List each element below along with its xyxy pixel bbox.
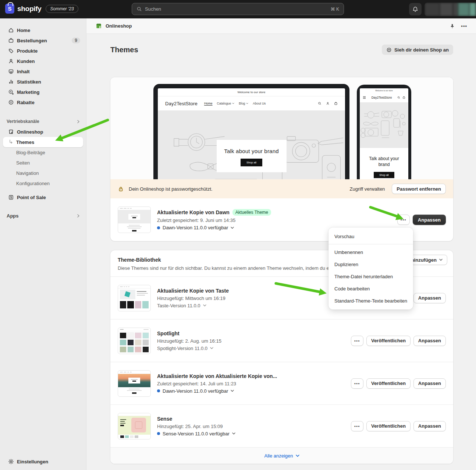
store-nav-blog: Blog (239, 102, 248, 105)
theme-version-dropdown[interactable]: Sense-Version 11.0.0 verfügbar (157, 431, 235, 437)
theme-name: Aktualisierte Kopie von Taste (157, 288, 229, 294)
view-icon (386, 47, 392, 53)
update-dot-icon (157, 432, 160, 435)
sidebar-item-orders[interactable]: Bestellungen 9 (3, 35, 83, 46)
search-input[interactable]: Suchen ⌘ K (132, 3, 344, 15)
menu-item-rename[interactable]: Umbenennen (328, 246, 413, 258)
sidebar-item-themes[interactable]: Themes (3, 137, 83, 147)
theme-thumbnail[interactable] (118, 413, 151, 439)
sidebar-item-label: Navigation (16, 170, 39, 176)
sidebar-item-online-store[interactable]: Onlineshop (3, 127, 83, 137)
sidebar-item-customers[interactable]: Kunden (3, 56, 83, 66)
chevron-down-icon (203, 304, 206, 307)
sidebar-item-marketing[interactable]: Marketing (3, 87, 83, 97)
view-shop-button[interactable]: Sieh dir deinen Shop an (382, 45, 453, 55)
search-placeholder: Suchen (145, 6, 328, 12)
manage-access-link[interactable]: Zugriff verwalten (349, 186, 385, 192)
theme-thumbnail[interactable] (118, 370, 151, 397)
sidebar-item-label: Onlineshop (17, 129, 80, 135)
customize-button[interactable]: Anpassen (413, 215, 446, 225)
theme-name: Sense (157, 416, 172, 422)
theme-thumbnail[interactable] (118, 328, 151, 354)
sidebar-item-preferences[interactable]: Konfigurationen (3, 178, 83, 188)
publish-button[interactable]: Veröffentlichen (366, 336, 411, 346)
breadcrumb-label: Onlineshop (106, 23, 132, 29)
theme-actions-menu-button[interactable]: ••• (351, 421, 363, 431)
current-theme-badge: Aktuelles Theme (232, 209, 271, 216)
bar-chart-icon (8, 79, 14, 85)
theme-preview-area: Welcome to our store Day2TestStore Home … (110, 77, 453, 179)
theme-name: Aktualisierte Kopie von Dawn (157, 209, 230, 215)
publish-button[interactable]: Veröffentlichen (366, 378, 411, 389)
sidebar-item-home[interactable]: Home (3, 25, 83, 35)
more-options-icon[interactable]: ••• (461, 23, 467, 29)
customize-button[interactable]: Anpassen (413, 421, 446, 431)
tree-connector-icon (8, 139, 14, 145)
menu-item-edit-code[interactable]: Code bearbeiten (328, 283, 413, 295)
top-bar: S shopify Sommer '23 Suchen ⌘ K (0, 0, 476, 18)
theme-thumbnail[interactable] (118, 285, 151, 311)
sidebar-item-label: Marketing (17, 89, 80, 95)
target-icon (8, 89, 14, 95)
sidebar-item-discounts[interactable]: Rabatte (3, 97, 83, 107)
store-announcement: Welcome to our store (360, 88, 408, 93)
theme-actions-context-menu: Vorschau Umbenennen Duplizieren Theme-Da… (328, 227, 413, 310)
chevron-down-icon (231, 227, 234, 229)
pos-icon (8, 194, 14, 200)
breadcrumb[interactable]: Onlineshop (95, 22, 132, 29)
store-announcement: Welcome to our store (158, 88, 345, 96)
view-shop-label: Sieh dir deinen Shop an (394, 47, 449, 53)
shopify-wordmark: shopify (17, 5, 41, 13)
theme-saved-info: Zuletzt gespeichert: 9. Juni um 14:35 (157, 218, 271, 223)
sidebar-item-analytics[interactable]: Statistiken (3, 77, 83, 87)
theme-saved-info: Zuletzt gespeichert: 14. Juli um 11:23 (157, 381, 277, 386)
menu-item-download-theme-file[interactable]: Theme-Datei herunterladen (328, 271, 413, 283)
theme-thumbnail[interactable] (118, 206, 151, 233)
theme-actions-menu-button[interactable]: ••• (351, 378, 363, 389)
show-all-link[interactable]: Alle anzeigen (110, 447, 453, 464)
media-icon (8, 68, 14, 74)
theme-actions-menu-button[interactable]: ••• (397, 215, 410, 225)
theme-actions-menu-button[interactable]: ••• (351, 336, 363, 346)
customize-button[interactable]: Anpassen (413, 293, 446, 303)
pin-icon[interactable] (450, 23, 455, 29)
user-menu[interactable] (425, 3, 476, 16)
desktop-preview-mockup: Welcome to our store Day2TestStore Home … (153, 84, 349, 179)
customize-button[interactable]: Anpassen (413, 378, 446, 389)
theme-version-dropdown[interactable]: Taste-Version 11.0.0 (157, 303, 229, 308)
notifications-button[interactable] (409, 3, 422, 15)
sidebar: Home Bestellungen 9 Produkte Kunden Inha… (0, 18, 86, 470)
sidebar-item-settings[interactable]: Einstellungen (3, 456, 83, 467)
season-badge: Sommer '23 (46, 5, 78, 13)
gear-icon (8, 459, 14, 464)
menu-item-duplicate[interactable]: Duplizieren (328, 258, 413, 271)
storefront-icon (8, 129, 14, 135)
theme-version-dropdown[interactable]: Dawn-Version 11.0.0 verfügbar (157, 388, 277, 394)
sidebar-item-label: Rabatte (17, 100, 80, 105)
orders-count-badge: 9 (72, 38, 80, 43)
menu-item-edit-default-theme-content[interactable]: Standard-Theme-Texte bearbeiten (328, 295, 413, 307)
online-store-green-icon (95, 22, 102, 29)
sidebar-item-pages[interactable]: Seiten (3, 158, 83, 168)
sidebar-item-content[interactable]: Inhalt (3, 66, 83, 77)
sidebar-section-sales-channels[interactable]: Vertriebskanäle (3, 117, 83, 126)
theme-version-dropdown[interactable]: Spotlight-Version 11.0.0 (157, 346, 221, 351)
sidebar-item-navigation[interactable]: Navigation (3, 168, 83, 178)
sidebar-item-products[interactable]: Produkte (3, 46, 83, 56)
sidebar-item-label: Inhalt (17, 69, 80, 74)
sidebar-section-apps[interactable]: Apps (3, 211, 83, 221)
chevron-down-icon (231, 390, 234, 392)
lock-icon (118, 186, 124, 192)
shopify-logo[interactable]: S shopify Sommer '23 (5, 4, 78, 14)
sidebar-item-label: Themes (16, 139, 34, 145)
theme-version-dropdown[interactable]: Dawn-Version 11.0.0 verfügbar (157, 225, 271, 230)
sidebar-item-label: Kunden (17, 59, 80, 64)
remove-password-button[interactable]: Passwort entfernen (392, 184, 446, 194)
menu-item-preview[interactable]: Vorschau (328, 230, 413, 244)
publish-button[interactable]: Veröffentlichen (366, 421, 411, 431)
sidebar-item-blog-posts[interactable]: Blog-Beiträge (3, 147, 83, 158)
sidebar-item-pos[interactable]: Point of Sale (3, 192, 83, 202)
theme-version-label: Dawn-Version 11.0.0 verfügbar (163, 388, 228, 394)
theme-name: Aktualisierte Kopie von Aktualisierte Ko… (157, 373, 277, 379)
customize-button[interactable]: Anpassen (413, 336, 446, 346)
